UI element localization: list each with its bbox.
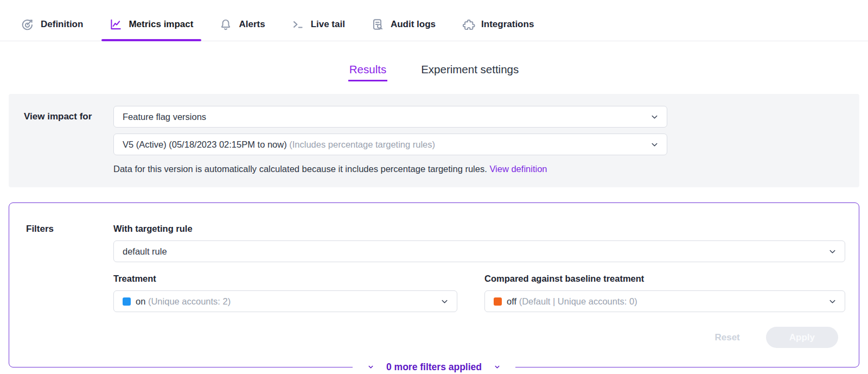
chevron-down-icon — [828, 247, 837, 256]
view-impact-panel: View impact for Feature flag versions V5… — [9, 94, 859, 187]
apply-button[interactable]: Apply — [766, 327, 838, 348]
view-definition-link[interactable]: View definition — [489, 164, 547, 174]
chevron-down-icon — [828, 297, 837, 306]
treatment-label: Treatment — [113, 274, 457, 284]
tab-integrations[interactable]: Integrations — [461, 8, 534, 41]
definition-icon — [21, 17, 35, 31]
integrations-icon — [461, 17, 475, 31]
tab-label: Live tail — [311, 19, 345, 30]
treatment-value: on — [136, 296, 145, 306]
targeting-rule-value: default rule — [123, 246, 821, 257]
view-impact-controls: Feature flag versions V5 (Active) (05/18… — [113, 106, 667, 174]
audit-logs-icon — [371, 17, 385, 31]
tab-definition[interactable]: Definition — [21, 8, 83, 41]
subtab-results[interactable]: Results — [348, 63, 387, 81]
filters-panel: Filters With targeting rule default rule… — [9, 202, 859, 367]
targeting-rule-label: With targeting rule — [113, 224, 845, 234]
baseline-value: off — [507, 296, 516, 306]
view-impact-label: View impact for — [24, 106, 113, 174]
alerts-icon — [219, 17, 233, 31]
live-tail-icon — [291, 17, 305, 31]
version-helper-text: Data for this version is automatically c… — [113, 164, 667, 174]
chevron-down-icon — [650, 140, 659, 149]
tab-label: Audit logs — [391, 19, 436, 30]
tab-alerts[interactable]: Alerts — [219, 8, 265, 41]
treatment-hint: (Unique accounts: 2) — [148, 296, 231, 306]
more-filters-toggle[interactable]: 0 more filters applied — [353, 360, 515, 374]
treatment-color-swatch — [123, 297, 131, 306]
impact-source-dropdown[interactable]: Feature flag versions — [113, 106, 667, 128]
tab-label: Metrics impact — [129, 19, 193, 30]
tab-audit-logs[interactable]: Audit logs — [371, 8, 436, 41]
subtab-experiment-settings[interactable]: Experiment settings — [420, 63, 520, 81]
baseline-treatment-label: Compared against baseline treatment — [484, 274, 845, 284]
results-subtab-bar: Results Experiment settings — [0, 63, 868, 81]
tab-metrics-impact[interactable]: Metrics impact — [108, 8, 193, 41]
flag-version-dropdown[interactable]: V5 (Active) (05/18/2023 02:15PM to now) … — [113, 134, 667, 155]
tab-label: Alerts — [239, 19, 265, 30]
baseline-color-swatch — [494, 297, 502, 306]
chevron-down-icon — [494, 364, 501, 371]
chevron-down-icon — [440, 297, 449, 306]
filters-label: Filters — [26, 224, 113, 367]
targeting-rule-dropdown[interactable]: default rule — [113, 240, 845, 262]
tab-label: Integrations — [481, 19, 534, 30]
tab-live-tail[interactable]: Live tail — [291, 8, 345, 41]
chevron-down-icon — [650, 112, 659, 122]
top-tab-bar: Definition Metrics impact Alerts Live ta… — [0, 0, 868, 41]
reset-button[interactable]: Reset — [714, 332, 739, 343]
baseline-hint: (Default | Unique accounts: 0) — [519, 296, 637, 306]
tab-label: Definition — [41, 19, 83, 30]
flag-version-value: V5 (Active) (05/18/2023 02:15PM to now) — [123, 140, 287, 149]
chevron-down-icon — [367, 364, 374, 371]
filters-content: With targeting rule default rule Treatme… — [113, 224, 845, 367]
flag-version-hint: (Includes percentage targeting rules) — [289, 140, 435, 149]
baseline-treatment-dropdown[interactable]: off (Default | Unique accounts: 0) — [484, 290, 845, 312]
impact-source-value: Feature flag versions — [123, 112, 643, 122]
more-filters-label: 0 more filters applied — [386, 362, 482, 373]
treatment-dropdown[interactable]: on (Unique accounts: 2) — [113, 290, 457, 312]
metrics-impact-icon — [108, 17, 123, 31]
